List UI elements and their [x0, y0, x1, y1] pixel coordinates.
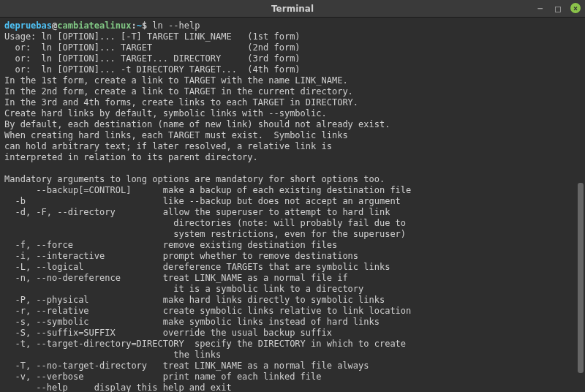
output-line: In the 3rd and 4th forms, create links t… — [4, 97, 358, 108]
output-line: -b like --backup but does not accept an … — [4, 196, 401, 206]
scrollbar-thumb[interactable] — [578, 183, 584, 373]
output-line: -n, --no-dereference treat LINK_NAME as … — [4, 273, 348, 283]
output-line: directories (note: will probably fail du… — [4, 218, 406, 228]
terminal-body[interactable]: depruebas@cambiatealinux:~$ ln --help Us… — [0, 18, 585, 392]
output-line: Create hard links by default, symbolic l… — [4, 108, 327, 118]
close-button[interactable]: × — [570, 3, 581, 13]
prompt-dollar: $ — [142, 20, 147, 31]
output-line: it is a symbolic link to a directory — [4, 284, 363, 294]
output-line: -s, --symbolic make symbolic links inste… — [4, 317, 380, 327]
output-line: --backup[=CONTROL] make a backup of each… — [4, 185, 411, 195]
output-line: -r, --relative create symbolic links rel… — [4, 306, 411, 316]
window-controls: − □ × — [535, 3, 581, 13]
output-line: --help display this help and exit — [4, 382, 232, 392]
output-line: In the 2nd form, create a link to TARGET… — [4, 86, 353, 97]
output-line: interpreted in relation to its parent di… — [4, 152, 258, 162]
output-line: can hold arbitrary text; if later resolv… — [4, 141, 332, 151]
output-line: By default, each destination (name of ne… — [4, 119, 390, 129]
output-line: -t, --target-directory=DIRECTORY specify… — [4, 339, 406, 349]
output-line: -T, --no-target-directory treat LINK_NAM… — [4, 361, 369, 371]
output-line: system restrictions, even for the superu… — [4, 229, 406, 239]
output-line: In the 1st form, create a link to TARGET… — [4, 75, 348, 86]
output-line: Usage: ln [OPTION]... [-T] TARGET LINK_N… — [4, 31, 301, 42]
output-line: -d, -F, --directory allow the superuser … — [4, 207, 390, 217]
command-text: ln --help — [152, 20, 200, 31]
output-line: or: ln [OPTION]... TARGET (2nd form) — [4, 42, 301, 53]
output-line: or: ln [OPTION]... TARGET... DIRECTORY (… — [4, 53, 301, 64]
prompt-user: depruebas — [4, 20, 52, 31]
scrollbar-track[interactable] — [578, 22, 584, 380]
output-line: Mandatory arguments to long options are … — [4, 174, 385, 184]
minimize-button[interactable]: − — [535, 3, 546, 13]
titlebar: Terminal − □ × — [0, 0, 585, 18]
output-line: -P, --physical make hard links directly … — [4, 295, 385, 305]
output-line: When creating hard links, each TARGET mu… — [4, 130, 348, 140]
window-title: Terminal — [271, 4, 314, 14]
output-line: or: ln [OPTION]... -t DIRECTORY TARGET..… — [4, 64, 301, 75]
output-line: -i, --interactive prompt whether to remo… — [4, 251, 358, 261]
output-line: the links — [4, 350, 221, 360]
output-line: -v, --verbose print name of each linked … — [4, 372, 321, 382]
prompt-colon: : — [131, 20, 136, 31]
output-line: -f, --force remove existing destination … — [4, 240, 337, 250]
prompt-host: cambiatealinux — [57, 20, 131, 31]
output-line: -L, --logical dereference TARGETs that a… — [4, 262, 390, 272]
maximize-button[interactable]: □ — [553, 3, 563, 13]
output-line: -S, --suffix=SUFFIX override the usual b… — [4, 328, 332, 338]
prompt-path: ~ — [137, 20, 142, 31]
